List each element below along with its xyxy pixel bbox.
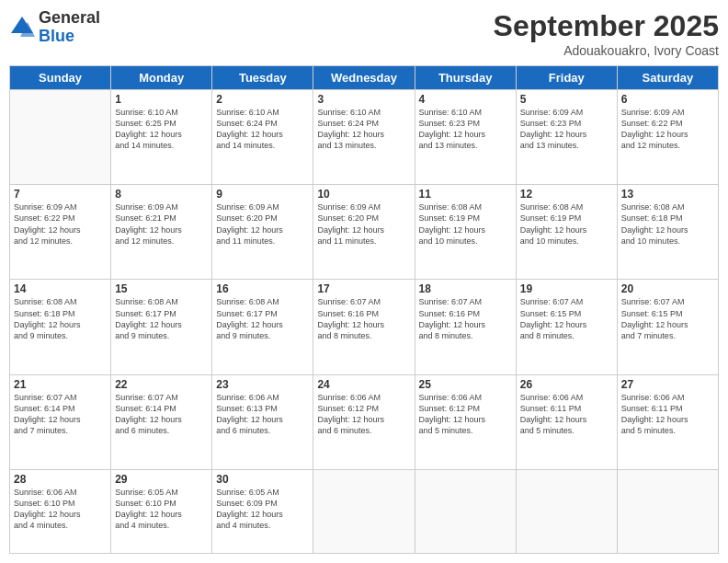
calendar-cell: 11Sunrise: 6:08 AM Sunset: 6:19 PM Dayli… — [415, 185, 516, 280]
day-info: Sunrise: 6:09 AM Sunset: 6:21 PM Dayligh… — [115, 201, 208, 247]
calendar-cell: 21Sunrise: 6:07 AM Sunset: 6:14 PM Dayli… — [10, 374, 111, 469]
day-info: Sunrise: 6:10 AM Sunset: 6:25 PM Dayligh… — [115, 107, 208, 152]
calendar-cell — [10, 90, 111, 185]
calendar-cell: 13Sunrise: 6:08 AM Sunset: 6:18 PM Dayli… — [617, 185, 718, 280]
day-number: 30 — [216, 473, 309, 486]
calendar-cell: 23Sunrise: 6:06 AM Sunset: 6:13 PM Dayli… — [212, 374, 313, 469]
calendar-cell: 30Sunrise: 6:05 AM Sunset: 6:09 PM Dayli… — [212, 469, 313, 553]
day-info: Sunrise: 6:08 AM Sunset: 6:18 PM Dayligh… — [14, 296, 107, 341]
day-number: 5 — [520, 93, 613, 106]
location: Adouakouakro, Ivory Coast — [494, 43, 719, 58]
logo-blue: Blue — [39, 28, 100, 46]
day-number: 1 — [115, 93, 208, 106]
day-info: Sunrise: 6:07 AM Sunset: 6:16 PM Dayligh… — [419, 296, 512, 341]
day-info: Sunrise: 6:06 AM Sunset: 6:11 PM Dayligh… — [520, 392, 613, 437]
day-info: Sunrise: 6:06 AM Sunset: 6:13 PM Dayligh… — [216, 392, 309, 437]
calendar-cell: 6Sunrise: 6:09 AM Sunset: 6:22 PM Daylig… — [617, 90, 718, 185]
logo-general: General — [39, 9, 100, 28]
month-title: September 2025 — [494, 9, 719, 43]
logo-text: General Blue — [39, 9, 100, 46]
day-number: 4 — [419, 93, 512, 106]
day-number: 19 — [520, 282, 613, 295]
day-info: Sunrise: 6:07 AM Sunset: 6:15 PM Dayligh… — [520, 296, 613, 341]
day-info: Sunrise: 6:08 AM Sunset: 6:17 PM Dayligh… — [115, 296, 208, 341]
calendar-cell — [415, 469, 516, 553]
calendar-week-4: 21Sunrise: 6:07 AM Sunset: 6:14 PM Dayli… — [10, 374, 719, 469]
calendar-cell: 19Sunrise: 6:07 AM Sunset: 6:15 PM Dayli… — [516, 280, 617, 374]
day-info: Sunrise: 6:05 AM Sunset: 6:10 PM Dayligh… — [115, 487, 208, 532]
calendar-header-monday: Monday — [111, 66, 212, 90]
calendar-cell: 3Sunrise: 6:10 AM Sunset: 6:24 PM Daylig… — [313, 90, 415, 185]
day-number: 11 — [419, 188, 512, 201]
calendar-cell: 9Sunrise: 6:09 AM Sunset: 6:20 PM Daylig… — [212, 185, 313, 280]
day-number: 27 — [621, 378, 714, 391]
calendar-table: SundayMondayTuesdayWednesdayThursdayFrid… — [9, 65, 719, 554]
day-info: Sunrise: 6:08 AM Sunset: 6:18 PM Dayligh… — [621, 201, 714, 247]
title-block: September 2025 Adouakouakro, Ivory Coast — [494, 9, 719, 58]
calendar-cell: 28Sunrise: 6:06 AM Sunset: 6:10 PM Dayli… — [10, 469, 111, 553]
calendar-cell: 24Sunrise: 6:06 AM Sunset: 6:12 PM Dayli… — [313, 374, 415, 469]
day-number: 25 — [419, 378, 512, 391]
calendar-cell: 14Sunrise: 6:08 AM Sunset: 6:18 PM Dayli… — [10, 280, 111, 374]
day-info: Sunrise: 6:09 AM Sunset: 6:23 PM Dayligh… — [520, 107, 613, 152]
day-info: Sunrise: 6:06 AM Sunset: 6:12 PM Dayligh… — [419, 392, 512, 437]
day-info: Sunrise: 6:07 AM Sunset: 6:14 PM Dayligh… — [115, 392, 208, 437]
day-info: Sunrise: 6:06 AM Sunset: 6:11 PM Dayligh… — [621, 392, 714, 437]
day-info: Sunrise: 6:05 AM Sunset: 6:09 PM Dayligh… — [216, 487, 309, 532]
page: General Blue September 2025 Adouakouakro… — [0, 0, 728, 563]
day-info: Sunrise: 6:08 AM Sunset: 6:17 PM Dayligh… — [216, 296, 309, 341]
calendar-cell: 5Sunrise: 6:09 AM Sunset: 6:23 PM Daylig… — [516, 90, 617, 185]
calendar-cell: 8Sunrise: 6:09 AM Sunset: 6:21 PM Daylig… — [111, 185, 212, 280]
calendar-cell: 12Sunrise: 6:08 AM Sunset: 6:19 PM Dayli… — [516, 185, 617, 280]
day-info: Sunrise: 6:07 AM Sunset: 6:16 PM Dayligh… — [317, 296, 410, 341]
day-info: Sunrise: 6:09 AM Sunset: 6:20 PM Dayligh… — [216, 201, 309, 247]
day-number: 20 — [621, 282, 714, 295]
day-info: Sunrise: 6:09 AM Sunset: 6:20 PM Dayligh… — [317, 201, 410, 247]
calendar-cell: 25Sunrise: 6:06 AM Sunset: 6:12 PM Dayli… — [415, 374, 516, 469]
calendar-cell: 4Sunrise: 6:10 AM Sunset: 6:23 PM Daylig… — [415, 90, 516, 185]
day-number: 29 — [115, 473, 208, 486]
calendar-cell — [516, 469, 617, 553]
calendar-cell: 7Sunrise: 6:09 AM Sunset: 6:22 PM Daylig… — [10, 185, 111, 280]
day-number: 26 — [520, 378, 613, 391]
day-info: Sunrise: 6:08 AM Sunset: 6:19 PM Dayligh… — [419, 201, 512, 247]
day-number: 13 — [621, 188, 714, 201]
calendar-cell — [313, 469, 415, 553]
calendar-cell: 20Sunrise: 6:07 AM Sunset: 6:15 PM Dayli… — [617, 280, 718, 374]
calendar-cell: 10Sunrise: 6:09 AM Sunset: 6:20 PM Dayli… — [313, 185, 415, 280]
day-number: 18 — [419, 282, 512, 295]
logo: General Blue — [9, 9, 100, 46]
calendar-week-1: 1Sunrise: 6:10 AM Sunset: 6:25 PM Daylig… — [10, 90, 719, 185]
calendar-cell: 15Sunrise: 6:08 AM Sunset: 6:17 PM Dayli… — [111, 280, 212, 374]
calendar-header-thursday: Thursday — [415, 66, 516, 90]
calendar-header-wednesday: Wednesday — [313, 66, 415, 90]
day-info: Sunrise: 6:09 AM Sunset: 6:22 PM Dayligh… — [621, 107, 714, 152]
day-number: 28 — [14, 473, 107, 486]
day-number: 15 — [115, 282, 208, 295]
day-info: Sunrise: 6:07 AM Sunset: 6:15 PM Dayligh… — [621, 296, 714, 341]
day-number: 22 — [115, 378, 208, 391]
calendar-cell: 1Sunrise: 6:10 AM Sunset: 6:25 PM Daylig… — [111, 90, 212, 185]
day-info: Sunrise: 6:06 AM Sunset: 6:12 PM Dayligh… — [317, 392, 410, 437]
day-number: 9 — [216, 188, 309, 201]
day-number: 23 — [216, 378, 309, 391]
calendar-week-2: 7Sunrise: 6:09 AM Sunset: 6:22 PM Daylig… — [10, 185, 719, 280]
logo-icon — [9, 15, 35, 40]
day-info: Sunrise: 6:10 AM Sunset: 6:24 PM Dayligh… — [216, 107, 309, 152]
day-info: Sunrise: 6:06 AM Sunset: 6:10 PM Dayligh… — [14, 487, 107, 532]
day-number: 17 — [317, 282, 410, 295]
calendar-header-tuesday: Tuesday — [212, 66, 313, 90]
calendar-week-3: 14Sunrise: 6:08 AM Sunset: 6:18 PM Dayli… — [10, 280, 719, 374]
day-info: Sunrise: 6:07 AM Sunset: 6:14 PM Dayligh… — [14, 392, 107, 437]
day-number: 12 — [520, 188, 613, 201]
day-info: Sunrise: 6:10 AM Sunset: 6:24 PM Dayligh… — [317, 107, 410, 152]
calendar-cell: 22Sunrise: 6:07 AM Sunset: 6:14 PM Dayli… — [111, 374, 212, 469]
day-number: 16 — [216, 282, 309, 295]
calendar-header-sunday: Sunday — [10, 66, 111, 90]
day-number: 3 — [317, 93, 410, 106]
day-number: 10 — [317, 188, 410, 201]
calendar-cell: 26Sunrise: 6:06 AM Sunset: 6:11 PM Dayli… — [516, 374, 617, 469]
day-number: 24 — [317, 378, 410, 391]
calendar-cell: 27Sunrise: 6:06 AM Sunset: 6:11 PM Dayli… — [617, 374, 718, 469]
day-number: 7 — [14, 188, 107, 201]
